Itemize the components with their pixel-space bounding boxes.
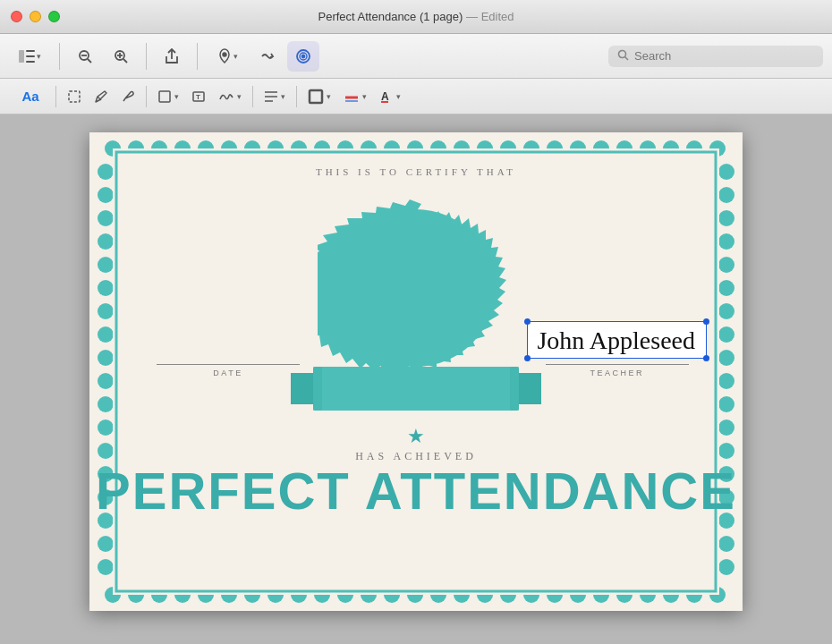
svg-rect-2 [26,55,35,57]
pen2-button[interactable] [115,83,140,110]
zoom-out-button[interactable] [69,41,101,72]
paragraph-button[interactable]: ▾ [259,83,291,110]
text-color-button[interactable]: A ▾ [374,83,406,110]
format-separator-2 [146,86,147,107]
title-bar: Perfect Attendance (1 page) — Edited [0,0,832,34]
shapes-arrow-icon: ▾ [174,92,179,101]
search-input[interactable] [634,49,814,63]
zoom-in-button[interactable] [105,41,137,72]
annotate-button[interactable] [287,41,319,72]
svg-rect-17 [69,91,80,102]
track-changes-button[interactable] [251,41,284,72]
svg-rect-25 [310,90,322,103]
badge-svg [318,190,514,386]
text-color-arrow-icon: ▾ [396,92,401,101]
toolbar-separator-1 [59,43,60,70]
svg-point-123 [337,209,495,367]
certificate-wrapper[interactable]: .scallop-path { fill: none; stroke: #4db… [89,132,743,611]
certificate: .scallop-path { fill: none; stroke: #4db… [89,132,743,611]
window-title: Perfect Attendance (1 page) — Edited [318,10,514,23]
share-button[interactable] [156,41,188,72]
format-separator-3 [252,86,253,107]
line-color-button[interactable]: ▾ [338,83,372,110]
main-toolbar: ▾ ▾ [0,34,832,79]
format-bar: Aa ▾ T ▾ [0,79,832,114]
border-style-button[interactable]: ▾ [302,83,336,110]
sig-arrow-icon: ▾ [237,92,242,101]
svg-line-5 [88,59,91,63]
textbox-button[interactable]: T [186,83,211,110]
border-arrow-icon: ▾ [327,92,331,101]
certify-text: THIS IS TO CERTIFY THAT [316,166,516,177]
search-icon [617,49,629,64]
svg-marker-127 [313,367,322,411]
sidebar-toggle-group: ▾ [9,41,50,72]
svg-text:A: A [381,90,389,103]
svg-rect-29 [381,101,388,103]
toolbar-separator-3 [197,43,198,70]
shapes-button[interactable]: ▾ [152,83,184,110]
svg-line-16 [625,56,629,60]
svg-point-14 [302,55,305,57]
search-box[interactable] [608,46,823,67]
close-button[interactable] [11,11,22,22]
format-separator-4 [296,86,297,107]
svg-rect-3 [26,61,35,63]
canvas-area: .scallop-path { fill: none; stroke: #4db… [0,114,832,644]
font-button[interactable]: Aa [11,83,50,110]
format-separator-1 [55,86,56,107]
svg-line-8 [123,59,127,63]
svg-rect-126 [313,367,519,411]
line-color-arrow-icon: ▾ [362,92,367,101]
pen-tool-button[interactable]: ▾ [207,41,248,72]
sidebar-toggle-button[interactable]: ▾ [9,41,50,72]
svg-point-15 [619,50,626,57]
svg-marker-128 [510,367,519,411]
window-controls [11,11,60,22]
svg-rect-19 [159,91,170,102]
sidebar-arrow-icon: ▾ [37,52,41,61]
para-arrow-icon: ▾ [281,92,285,101]
ribbon-banner-svg [291,360,541,418]
teacher-name: John Appleseed [537,326,695,355]
pencil-button[interactable] [89,83,114,110]
selection-tool-button[interactable] [62,83,87,110]
maximize-button[interactable] [48,11,60,22]
date-signature-block: DATE [157,364,300,377]
signature-button[interactable]: ▾ [213,83,247,110]
svg-rect-0 [19,50,24,63]
main-title: PERFECT ATTENDANCE [96,465,736,517]
svg-point-11 [223,53,226,56]
toolbar-separator-2 [146,43,147,70]
svg-rect-1 [26,50,35,52]
star-symbol: ★ [407,425,425,448]
pen-arrow-icon: ▾ [233,52,238,61]
teacher-signature-block[interactable]: John Appleseed TEACHER [527,321,707,377]
minimize-button[interactable] [30,11,41,22]
svg-text:T: T [196,93,200,101]
